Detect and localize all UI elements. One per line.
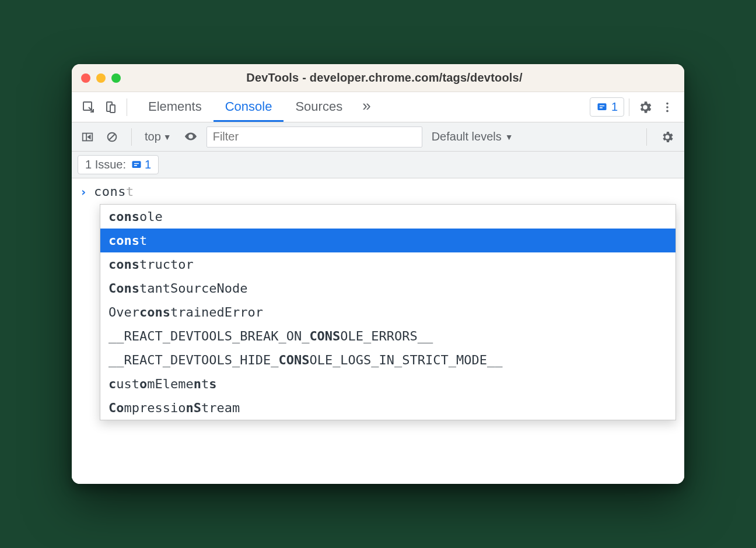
divider [629,99,629,116]
settings-icon[interactable] [634,96,656,118]
console-input[interactable]: const [94,184,134,199]
issues-chip[interactable]: 1 Issue: 1 [78,155,159,174]
autocomplete-item[interactable]: constructor [100,252,676,276]
autocomplete-popup: consoleconstconstructorConstantSourceNod… [100,204,676,420]
issues-label: 1 Issue: [85,158,126,171]
autocomplete-item[interactable]: const [100,229,676,252]
chevron-down-icon: ▼ [163,132,172,142]
console-toolbar: top ▼ Default levels ▼ [72,122,684,152]
context-label: top [145,130,161,143]
more-options-icon[interactable] [656,96,678,118]
issues-row: 1 Issue: 1 [72,152,684,178]
svg-point-4 [666,102,668,104]
issues-count: 1 [131,158,151,171]
svg-rect-3 [597,103,606,110]
tab-sources[interactable]: Sources [284,92,354,122]
svg-point-6 [666,110,668,112]
console-body: › const consoleconstconstructorConstantS… [72,178,684,484]
titlebar: DevTools - developer.chrome.com/tags/dev… [72,64,684,92]
svg-point-5 [666,106,668,108]
devtools-window: DevTools - developer.chrome.com/tags/dev… [72,64,684,484]
autocomplete-item[interactable]: customElements [100,372,676,396]
typed-text: cons [94,184,126,199]
prompt-icon: › [80,185,87,199]
chevron-down-icon: ▼ [505,132,513,142]
divider [131,128,132,146]
issues-badge-count: 1 [611,100,618,114]
ghost-text: t [126,184,134,199]
context-selector[interactable]: top ▼ [141,130,175,143]
autocomplete-item[interactable]: __REACT_DEVTOOLS_HIDE_CONSOLE_LOGS_IN_ST… [100,348,676,372]
autocomplete-item[interactable]: __REACT_DEVTOOLS_BREAK_ON_CONSOLE_ERRORS… [100,324,676,348]
close-window-button[interactable] [81,73,90,83]
autocomplete-item[interactable]: OverconstrainedError [100,300,676,324]
svg-rect-2 [110,105,115,113]
autocomplete-item[interactable]: console [100,205,676,229]
console-settings-icon[interactable] [656,126,678,148]
console-input-line[interactable]: › const [72,178,684,201]
tab-elements[interactable]: Elements [136,92,214,122]
device-toggle-icon[interactable] [100,96,122,118]
divider [646,128,647,146]
tab-console[interactable]: Console [214,92,284,122]
clear-console-icon[interactable] [102,127,122,147]
more-tabs-icon[interactable]: » [354,92,379,122]
levels-label: Default levels [432,130,502,143]
svg-point-9 [190,135,192,137]
window-title: DevTools - developer.chrome.com/tags/dev… [94,71,675,85]
main-toolbar: Elements Console Sources » 1 [72,92,684,122]
divider [127,99,127,116]
issues-badge[interactable]: 1 [590,97,624,117]
inspect-element-icon[interactable] [78,96,100,118]
filter-input[interactable] [206,127,422,147]
panel-tabs: Elements Console Sources » [136,92,379,122]
live-expression-icon[interactable] [180,127,202,147]
autocomplete-item[interactable]: ConstantSourceNode [100,276,676,300]
log-levels-selector[interactable]: Default levels ▼ [432,130,513,143]
toggle-sidebar-icon[interactable] [78,127,97,147]
autocomplete-item[interactable]: CompressionStream [100,396,676,420]
svg-rect-10 [132,161,141,168]
